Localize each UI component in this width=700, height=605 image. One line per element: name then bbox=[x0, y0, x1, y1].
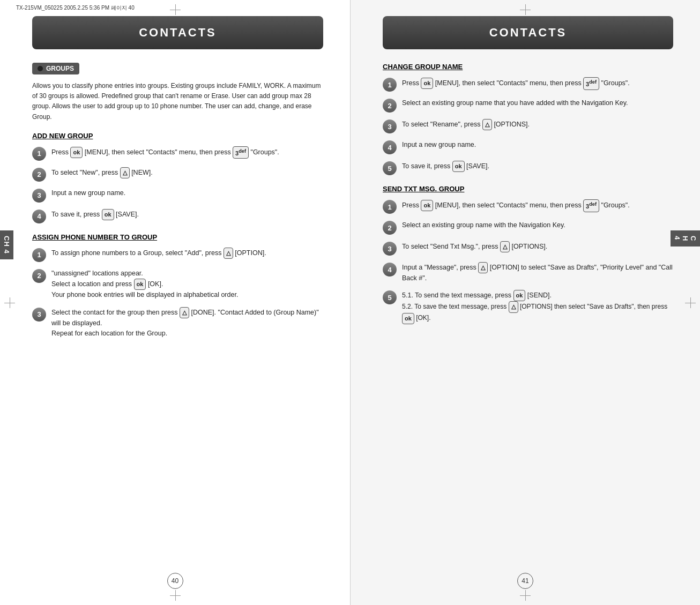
step-item: 3 Select the contact for the group then … bbox=[32, 307, 323, 339]
file-info: TX-215VM_050225 2005.2.25 5:36 PM 페이지 40 bbox=[16, 4, 135, 12]
ok-key: ok bbox=[513, 290, 526, 301]
left-side-tab: CH 4 bbox=[0, 230, 13, 259]
step-text: Press ok [MENU], then select "Contacts" … bbox=[51, 146, 279, 159]
ok-key: ok bbox=[102, 209, 114, 220]
assign-phone-title: ASSIGN PHONE NUMBER TO GROUP bbox=[32, 233, 323, 241]
step-number: 3 bbox=[383, 242, 397, 256]
3key: 3def bbox=[233, 146, 249, 159]
step-item: 3 Input a new group name. bbox=[32, 188, 323, 203]
step-item: 4 Input a new group name. bbox=[383, 140, 673, 154]
add-new-group-steps: 1 Press ok [MENU], then select "Contacts… bbox=[32, 146, 323, 223]
step-number: 1 bbox=[383, 200, 397, 214]
step-text: To select "New", press △ [NEW]. bbox=[51, 167, 153, 178]
step-text: To select "Send Txt Msg.", press △ [OPTI… bbox=[402, 241, 547, 252]
right-page-number: 41 bbox=[517, 573, 533, 589]
step-text: Input a new group name. bbox=[51, 188, 125, 198]
step-text: Select the contact for the group then pr… bbox=[51, 307, 323, 339]
step-item: 2 "unassigned" locations appear. Select … bbox=[32, 268, 323, 301]
crosshair-top bbox=[170, 4, 181, 15]
ok-key: ok bbox=[421, 78, 433, 89]
step-number: 1 bbox=[32, 147, 46, 161]
send-txt-msg-title: SEND TXT MSG. GROUP bbox=[383, 185, 673, 193]
done-key: △ bbox=[180, 307, 189, 318]
step-number: 1 bbox=[383, 78, 397, 92]
assign-phone-steps: 1 To assign phone numbers to a Group, se… bbox=[32, 248, 323, 339]
step-item: 3 To select "Send Txt Msg.", press △ [OP… bbox=[383, 241, 673, 256]
page-right: CONTACTS CHANGE GROUP NAME 1 Press ok [M… bbox=[350, 0, 700, 605]
step-item: 1 To assign phone numbers to a Group, se… bbox=[32, 248, 323, 262]
crosshair-left bbox=[4, 297, 15, 308]
step-number: 2 bbox=[32, 168, 46, 182]
step-item: 2 To select "New", press △ [NEW]. bbox=[32, 167, 323, 182]
step-item: 2 Select an existing group name that you… bbox=[383, 98, 673, 113]
step-text: Select an existing group name with the N… bbox=[402, 220, 565, 230]
step-item: 5 5.1. To send the text message, press o… bbox=[383, 290, 673, 324]
step-text: To assign phone numbers to a Group, sele… bbox=[51, 248, 266, 259]
change-group-name-steps: 1 Press ok [MENU], then select "Contacts… bbox=[383, 77, 673, 175]
step-number: 3 bbox=[32, 308, 46, 322]
left-header: CONTACTS bbox=[32, 16, 323, 49]
left-key: △ bbox=[120, 167, 130, 178]
option-key: △ bbox=[478, 262, 488, 273]
step-text: To save it, press ok [SAVE]. bbox=[51, 209, 139, 220]
option-key: △ bbox=[482, 119, 492, 130]
3key: 3def bbox=[583, 77, 599, 90]
option-key: △ bbox=[500, 241, 510, 252]
step-item: 4 Input a "Message", press △ [OPTION] to… bbox=[383, 262, 673, 283]
ok-key: ok bbox=[421, 200, 433, 211]
step-item: 4 To save it, press ok [SAVE]. bbox=[32, 209, 323, 223]
step-number: 4 bbox=[383, 263, 397, 277]
step-item: 3 To select "Rename", press △ [OPTIONS]. bbox=[383, 119, 673, 133]
crosshair-bottom-right bbox=[520, 590, 531, 601]
ok-key: ok bbox=[402, 313, 414, 324]
step-item: 5 To save it, press ok [SAVE]. bbox=[383, 161, 673, 175]
option-key: △ bbox=[224, 248, 233, 259]
step-item: 1 Press ok [MENU], then select "Contacts… bbox=[383, 199, 673, 214]
crosshair-bottom bbox=[170, 590, 181, 601]
step-text: To save it, press ok [SAVE]. bbox=[402, 161, 489, 172]
step-text: Input a "Message", press △ [OPTION] to s… bbox=[402, 262, 673, 283]
option-key: △ bbox=[509, 301, 518, 312]
page-left: TX-215VM_050225 2005.2.25 5:36 PM 페이지 40… bbox=[0, 0, 350, 605]
step-item: 2 Select an existing group name with the… bbox=[383, 220, 673, 235]
step-number: 2 bbox=[383, 99, 397, 113]
step-number: 2 bbox=[383, 221, 397, 235]
step-number: 4 bbox=[383, 140, 397, 154]
send-txt-msg-steps: 1 Press ok [MENU], then select "Contacts… bbox=[383, 199, 673, 324]
step-text: To select "Rename", press △ [OPTIONS]. bbox=[402, 119, 530, 130]
step-sub-text: 5.2. To save the text message, press △ [… bbox=[402, 303, 667, 322]
step-number: 3 bbox=[383, 119, 397, 133]
right-side-tab: CH4 bbox=[671, 230, 700, 247]
step-number: 5 bbox=[383, 161, 397, 175]
step-text: Select an existing group name that you h… bbox=[402, 98, 628, 108]
add-new-group-title: ADD NEW GROUP bbox=[32, 132, 323, 140]
change-group-name-title: CHANGE GROUP NAME bbox=[383, 63, 673, 71]
step-text: "unassigned" locations appear. Select a … bbox=[51, 268, 238, 301]
step-number: 5 bbox=[383, 290, 397, 304]
step-item: 1 Press ok [MENU], then select "Contacts… bbox=[383, 77, 673, 92]
ok-key: ok bbox=[134, 279, 146, 290]
step-item: 1 Press ok [MENU], then select "Contacts… bbox=[32, 146, 323, 161]
step-number: 1 bbox=[32, 248, 46, 262]
ok-key: ok bbox=[452, 161, 465, 172]
groups-description: Allows you to classify phone entries int… bbox=[32, 81, 323, 122]
left-page-number: 40 bbox=[167, 573, 183, 589]
3key: 3def bbox=[583, 199, 599, 212]
step-text: Input a new group name. bbox=[402, 140, 476, 150]
crosshair-right bbox=[685, 297, 696, 308]
groups-badge: GROUPS bbox=[32, 63, 79, 74]
step-number: 4 bbox=[32, 210, 46, 223]
badge-dot bbox=[38, 66, 43, 71]
right-header: CONTACTS bbox=[383, 16, 673, 49]
step-text: 5.1. To send the text message, press ok … bbox=[402, 290, 673, 324]
step-number: 2 bbox=[32, 269, 46, 283]
crosshair-top-right bbox=[520, 4, 531, 15]
step-text: Press ok [MENU], then select "Contacts" … bbox=[402, 77, 630, 90]
ok-key: ok bbox=[70, 147, 83, 158]
step-text: Press ok [MENU], then select "Contacts" … bbox=[402, 199, 630, 212]
step-number: 3 bbox=[32, 189, 46, 203]
